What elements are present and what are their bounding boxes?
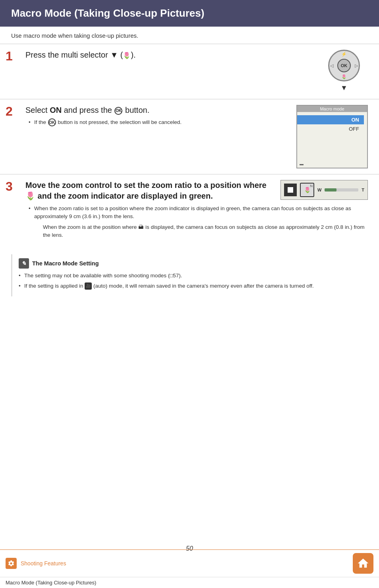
arrow-top: ⚡ [341, 52, 347, 57]
zoom-square [284, 184, 297, 196]
home-icon [357, 557, 369, 570]
ok-ring: ⚡ ◁ OK ▷ 🌷 [328, 50, 360, 81]
on-label: ON [50, 106, 62, 114]
step-1-number: 1 [6, 50, 22, 62]
page-title: Macro Mode (Taking Close-up Pictures) [11, 7, 368, 19]
step-1-content: Press the multi selector ▼ (🌷). [22, 50, 313, 63]
shooting-features-icon [6, 558, 17, 569]
home-button[interactable] [353, 553, 373, 574]
arrow-right: ▷ [355, 63, 358, 68]
arrow-left: ◁ [330, 63, 333, 68]
step-3-title: Move the zoom control to set the zoom ra… [25, 180, 274, 201]
step-2-title: Select ON and press the OK button. [25, 105, 289, 115]
zoom-control-bar: 🌷 N W T [280, 180, 368, 200]
note-list: The setting may not be available with so… [19, 272, 362, 290]
footer-nav-top: Shooting Features [0, 550, 379, 577]
step-3-number: 3 [6, 180, 22, 193]
menu-screen-bottom: ▬ [300, 162, 304, 166]
zoom-bar [325, 188, 358, 191]
menu-off-item: OFF [297, 124, 364, 133]
step-2: 2 Select ON and press the OK button. If … [0, 99, 379, 174]
pencil-icon: ✎ [21, 260, 26, 267]
note-header: ✎ The Macro Mode Setting [19, 258, 362, 269]
step-3-wrap: Move the zoom control to set the zoom ra… [25, 180, 368, 205]
note-box: ✎ The Macro Mode Setting The setting may… [11, 254, 368, 296]
menu-screen-title: Macro mode [297, 106, 367, 112]
zoom-square-inner [288, 187, 293, 193]
menu-screen-items: ON OFF [297, 112, 367, 133]
step-3: 3 Move the zoom control to set the zoom … [0, 174, 379, 247]
note-item-1: The setting may not be available with so… [19, 272, 362, 280]
ok-inline-2: OK [48, 118, 56, 126]
step-2-bullet-1: If the OK button is not pressed, the sel… [29, 118, 289, 126]
tulip-icon-3: 🌷 [25, 191, 35, 200]
step-1-image: ⚡ ◁ OK ▷ 🌷 ▼ [320, 50, 368, 93]
footer-nav-label: Shooting Features [21, 560, 66, 567]
step-3-image: 🌷 N W T [280, 180, 368, 205]
footer-breadcrumb: Macro Mode (Taking Close-up Pictures) [0, 577, 379, 588]
down-arrow: ▼ [340, 84, 348, 92]
page-header: Macro Mode (Taking Close-up Pictures) [0, 0, 379, 27]
step-2-image: Macro mode ON OFF ▬ [296, 105, 368, 168]
step-2-left: Select ON and press the OK button. If th… [25, 105, 289, 129]
note-icon: ✎ [19, 258, 29, 269]
mountain-icon: 🏔 [138, 224, 144, 230]
zoom-bar-fill [325, 188, 336, 191]
zoom-macro-icon: 🌷 N [300, 183, 314, 197]
note-title: The Macro Mode Setting [32, 260, 99, 267]
zoom-bar-t-label: T [362, 188, 364, 192]
camera-control-diagram: ⚡ ◁ OK ▷ 🌷 ▼ [320, 50, 368, 93]
step-3-bullets: When the zoom ratio is set to a position… [25, 205, 368, 239]
auto-mode-icon: 🎥 [85, 282, 92, 290]
footer-nav: Shooting Features Macro Mode (Taking Clo… [0, 549, 379, 588]
step-2-number: 2 [6, 105, 22, 118]
step-3-note: When the zoom is at the position where 🏔… [34, 223, 368, 240]
macro-symbol-1: 🌷 [123, 52, 131, 59]
menu-screen: Macro mode ON OFF ▬ [296, 105, 368, 168]
step-2-bullets: If the OK button is not pressed, the sel… [25, 118, 289, 126]
step-3-left: Move the zoom control to set the zoom ra… [25, 180, 274, 205]
step-1: 1 Press the multi selector ▼ (🌷). ⚡ ◁ OK… [0, 44, 379, 99]
intro-text: Use macro mode when taking close-up pict… [0, 32, 379, 44]
step-2-content: Select ON and press the OK button. If th… [22, 105, 368, 168]
camera-icon [8, 560, 15, 567]
note-item-2: If the setting is applied in 🎥 (auto) mo… [19, 282, 362, 290]
ok-center-button: OK [337, 59, 351, 72]
macro-tulip-bottom: 🌷 [341, 74, 347, 79]
step-3-content: Move the zoom control to set the zoom ra… [22, 180, 368, 242]
ok-button-inline: OK [114, 107, 122, 115]
menu-on-item: ON [297, 115, 364, 124]
step-3-bullet-1: When the zoom ratio is set to a position… [29, 205, 368, 239]
step-1-title: Press the multi selector ▼ (🌷). [25, 50, 313, 60]
step-2-wrap: Select ON and press the OK button. If th… [25, 105, 368, 168]
zoom-bar-w-label: W [317, 188, 321, 192]
